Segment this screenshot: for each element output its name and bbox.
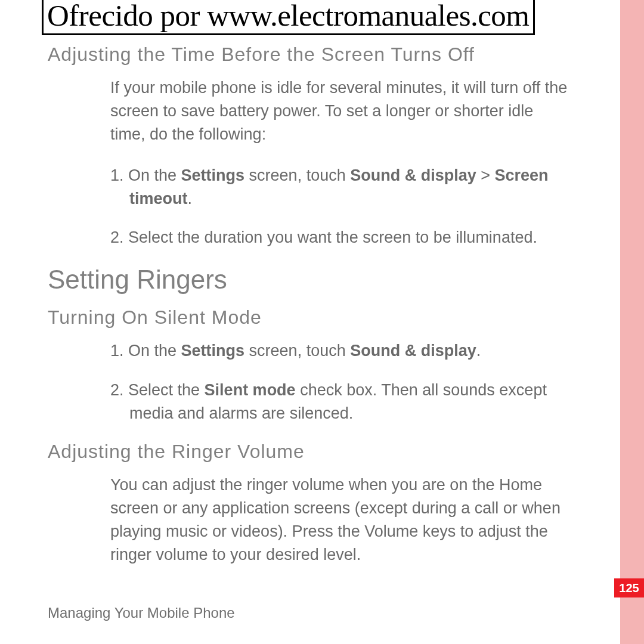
ringer-volume-paragraph: You can adjust the ringer volume when yo… <box>110 473 569 567</box>
bold-settings: Settings <box>181 342 245 360</box>
step-1-screen-timeout: 1. On the Settings screen, touch Sound &… <box>110 164 569 210</box>
step-text: 2. Select the <box>110 381 205 399</box>
header-box: Ofrecido por www.electromanuales.com <box>42 0 535 35</box>
bold-silent-mode: Silent mode <box>205 381 296 399</box>
header-text: Ofrecido por www.electromanuales.com <box>47 0 530 32</box>
page-content: Ofrecido por www.electromanuales.com Adj… <box>0 0 611 566</box>
section-heading-screen-timeout: Adjusting the Time Before the Screen Tur… <box>48 44 569 66</box>
step-text: . <box>188 190 193 208</box>
step-2-screen-timeout: 2. Select the duration you want the scre… <box>110 226 569 249</box>
footer-text: Managing Your Mobile Phone <box>48 605 235 621</box>
page-number: 125 <box>619 581 639 595</box>
bold-settings: Settings <box>181 166 245 184</box>
step-text: screen, touch <box>244 166 350 184</box>
bold-sound-display: Sound & display <box>350 342 476 360</box>
step-text: 1. On the <box>110 166 181 184</box>
step-text: screen, touch <box>244 342 350 360</box>
step-text: . <box>476 342 481 360</box>
step-text: > <box>476 166 495 184</box>
step-2-silent-mode: 2. Select the Silent mode check box. The… <box>110 379 569 425</box>
main-heading-setting-ringers: Setting Ringers <box>48 265 569 295</box>
section-heading-silent-mode: Turning On Silent Mode <box>48 306 569 329</box>
side-accent-bar <box>620 0 644 644</box>
intro-paragraph: If your mobile phone is idle for several… <box>110 76 569 146</box>
bold-sound-display: Sound & display <box>350 166 476 184</box>
step-1-silent-mode: 1. On the Settings screen, touch Sound &… <box>110 339 569 363</box>
section-heading-ringer-volume: Adjusting the Ringer Volume <box>48 441 569 463</box>
step-text: 1. On the <box>110 342 181 360</box>
page-number-badge: 125 <box>614 578 644 597</box>
